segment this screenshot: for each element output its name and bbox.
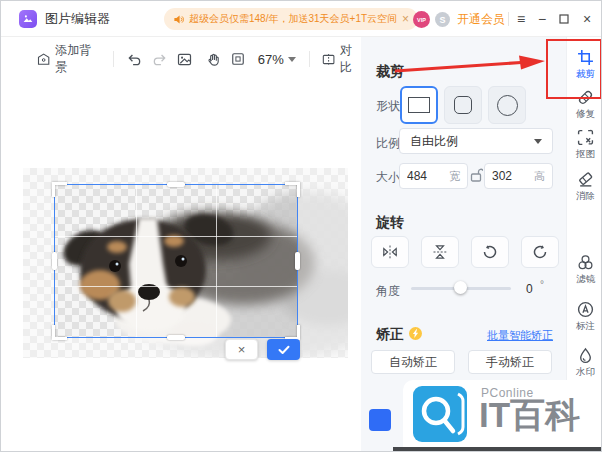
undo-icon xyxy=(127,52,142,67)
watermark-title: IT百科 xyxy=(479,397,580,432)
shape-circle-button[interactable] xyxy=(488,86,526,124)
angle-slider-handle[interactable] xyxy=(454,281,467,294)
crop-width-field[interactable]: 宽 xyxy=(399,163,468,189)
crop-cancel-icon: × xyxy=(238,342,246,357)
rail-item-filter[interactable]: 滤镜 xyxy=(567,254,602,286)
cutout-icon xyxy=(577,129,594,146)
angle-unit: ° xyxy=(540,279,544,290)
close-button[interactable]: × xyxy=(577,1,597,37)
check-icon xyxy=(278,345,290,355)
maximize-icon xyxy=(559,14,569,24)
add-background-button[interactable]: 添加背景 xyxy=(37,42,98,76)
ratio-dropdown[interactable]: 自由比例 xyxy=(399,128,553,154)
vip-spark-icon xyxy=(409,327,422,340)
coin-badge[interactable]: S xyxy=(435,12,450,27)
filter-circles-icon xyxy=(577,254,594,271)
rail-item-erase[interactable]: 消除 xyxy=(567,171,602,203)
promo-banner-close-icon[interactable]: × xyxy=(402,12,409,26)
shape-label: 形状 xyxy=(376,98,400,115)
unlock-icon[interactable] xyxy=(470,167,483,183)
flip-horizontal-button[interactable] xyxy=(371,236,409,268)
ratio-label: 比例 xyxy=(376,135,400,152)
size-label: 大小 xyxy=(376,169,400,186)
chevron-down-icon xyxy=(534,139,542,144)
angle-value: 0 xyxy=(526,282,533,296)
titlebar-divider xyxy=(508,12,509,26)
crop-handle-n[interactable] xyxy=(167,182,185,187)
zoom-level-value: 67% xyxy=(258,52,284,67)
rail-item-watermark[interactable]: 水印 xyxy=(567,347,602,379)
circle-icon xyxy=(497,95,518,116)
menu-button[interactable]: ≡ xyxy=(511,1,531,37)
annotation-arrow xyxy=(387,53,549,79)
open-membership-button[interactable]: 开通会员 xyxy=(457,1,505,37)
hand-icon xyxy=(206,52,221,67)
crop-handle-s[interactable] xyxy=(167,335,185,340)
crop-dim-overlay xyxy=(23,184,54,338)
flip-vertical-button[interactable] xyxy=(421,236,459,268)
image-icon xyxy=(177,52,192,67)
fit-screen-icon xyxy=(231,52,245,66)
watermark-logo-icon xyxy=(413,386,467,442)
maximize-button[interactable] xyxy=(554,1,574,37)
add-background-label: 添加背景 xyxy=(55,42,98,76)
crop-height-field[interactable]: 高 xyxy=(484,163,553,189)
compare-icon xyxy=(322,52,335,67)
auto-correction-button[interactable]: 自动矫正 xyxy=(371,350,455,374)
crop-confirm-button[interactable] xyxy=(267,339,300,360)
rotate-cw-button[interactable] xyxy=(521,236,559,268)
zoom-level-dropdown[interactable]: 67% xyxy=(258,52,296,67)
toolbar-separator xyxy=(309,51,310,67)
speaker-icon xyxy=(173,14,184,25)
rail-item-cutout[interactable]: 抠图 xyxy=(567,129,602,161)
rectangle-icon xyxy=(408,97,430,113)
rotate-cw-icon xyxy=(532,244,548,260)
color-swatch[interactable] xyxy=(369,409,391,431)
rotate-ccw-icon xyxy=(482,244,498,260)
batch-smart-correction-link[interactable]: 批量智能矫正 xyxy=(487,328,553,343)
add-background-icon xyxy=(37,52,50,67)
image-canvas[interactable] xyxy=(23,168,348,358)
rotate-ccw-button[interactable] xyxy=(471,236,509,268)
crop-handle-nw[interactable] xyxy=(52,182,67,197)
compare-label: 对比 xyxy=(340,42,361,76)
angle-label: 角度 xyxy=(376,283,400,300)
shape-rounded-button[interactable] xyxy=(444,86,482,124)
watermark-drop-icon xyxy=(577,347,594,364)
eraser-icon xyxy=(577,171,594,188)
promo-banner[interactable]: 超级会员仅需148/年，加送31天会员+1T云空间 × xyxy=(164,8,418,30)
correction-title: 矫正 xyxy=(376,326,404,344)
chevron-down-icon xyxy=(288,57,296,62)
crop-cancel-button[interactable]: × xyxy=(225,339,258,360)
annotate-icon xyxy=(577,301,594,318)
compare-button[interactable]: 对比 xyxy=(322,42,361,76)
canvas-toolbar: 添加背景 67% 对比 xyxy=(1,45,361,73)
grid-line xyxy=(136,185,137,337)
manual-correction-button[interactable]: 手动矫正 xyxy=(468,350,552,374)
crop-handle-sw[interactable] xyxy=(52,325,67,340)
crop-handle-se[interactable] xyxy=(285,325,300,340)
flip-horizontal-icon xyxy=(382,244,398,260)
shape-rectangle-button[interactable] xyxy=(400,86,438,124)
crop-dim-overlay xyxy=(298,184,348,338)
redo-button[interactable] xyxy=(152,52,167,67)
crop-width-input[interactable] xyxy=(407,169,437,183)
fit-screen-button[interactable] xyxy=(231,52,245,66)
crop-height-input[interactable] xyxy=(492,169,522,183)
crop-handle-ne[interactable] xyxy=(285,182,300,197)
promo-banner-text: 超级会员仅需148/年，加送31天会员+1T云空间 xyxy=(189,12,397,26)
annotation-highlight-box xyxy=(546,39,602,99)
app-logo-icon xyxy=(19,10,37,28)
rail-item-annotate[interactable]: 标注 xyxy=(567,301,602,333)
undo-button[interactable] xyxy=(127,52,142,67)
crop-box[interactable] xyxy=(54,184,298,338)
app-window: 图片编辑器 超级会员仅需148/年，加送31天会员+1T云空间 × VIP S … xyxy=(0,0,602,452)
ratio-value: 自由比例 xyxy=(410,133,458,150)
app-title: 图片编辑器 xyxy=(45,1,110,37)
crop-handle-e[interactable] xyxy=(295,252,300,270)
insert-image-button[interactable] xyxy=(177,52,192,67)
vip-badge[interactable]: VIP xyxy=(413,11,430,28)
pan-hand-button[interactable] xyxy=(206,52,221,67)
minimize-button[interactable]: − xyxy=(532,1,552,37)
crop-handle-w[interactable] xyxy=(52,252,57,270)
